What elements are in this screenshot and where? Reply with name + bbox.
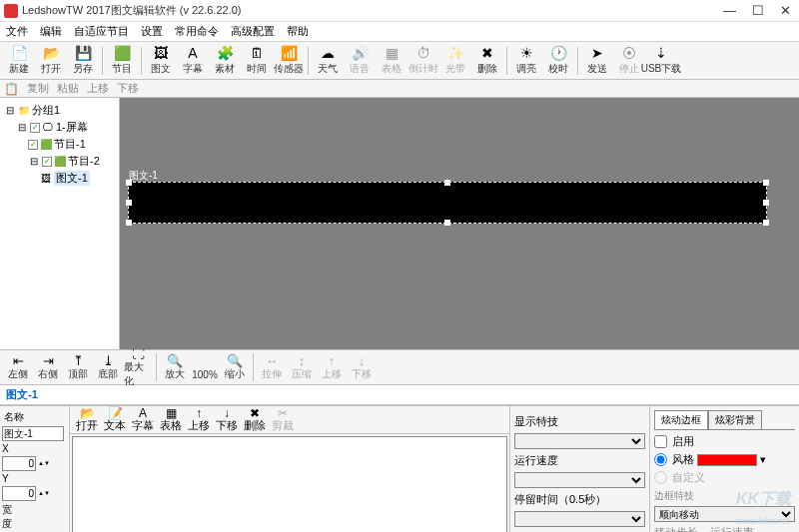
midbar-压缩: ↕压缩 [288,353,316,381]
dropdown-icon[interactable]: ▾ [760,453,766,466]
toolbar-另存[interactable]: 💾另存 [68,44,98,78]
toolbar-传感器[interactable]: 📶传感器 [274,44,304,78]
menu-文件[interactable]: 文件 [6,24,28,39]
app-logo-icon [4,4,18,18]
style-color-preview[interactable] [697,454,757,466]
toolbar-校时[interactable]: 🕐校时 [543,44,573,78]
toolbar-素材[interactable]: 🧩素材 [210,44,240,78]
filebar-字幕[interactable]: A字幕 [130,406,156,433]
secondbar-粘贴[interactable]: 粘贴 [57,81,79,96]
y-input[interactable] [2,486,36,501]
display-fx-select[interactable] [514,433,645,449]
canvas[interactable]: 图文-1 [120,98,799,349]
x-input[interactable] [2,456,36,471]
name-header: 名称 [2,408,67,426]
toolbar-停止: ⦿停止 [614,44,644,78]
midbar-拉伸: ↔拉伸 [258,353,286,381]
menu-高级配置[interactable]: 高级配置 [231,24,275,39]
toolbar-删除[interactable]: ✖删除 [472,44,502,78]
tab-border[interactable]: 炫动边框 [654,410,708,429]
style-radio[interactable] [654,453,667,466]
filebar-表格[interactable]: ▦表格 [158,406,184,433]
tree-panel: ⊟📁分组1⊟✓🖵1-屏幕✓🟩节目-1⊟✓🟩节目-2🖼图文-1 [0,98,120,349]
display-props-panel: 显示特技 运行速度 停留时间（0.5秒） 字体样式 字体色彩 [509,406,649,532]
stay-select[interactable] [514,511,645,527]
filebar-上移[interactable]: ↑上移 [186,406,212,433]
name-input[interactable] [2,426,64,441]
midbar-缩小[interactable]: 🔍缩小 [221,353,249,381]
midbar-左侧[interactable]: ⇤左侧 [4,353,32,381]
speed-select[interactable] [514,472,645,488]
menu-常用命令[interactable]: 常用命令 [175,24,219,39]
tree-分组1[interactable]: ⊟📁分组1 [2,102,117,119]
midbar-底部[interactable]: ⤓底部 [94,353,122,381]
toolbar-新建[interactable]: 📄新建 [4,44,34,78]
tree-图文-1[interactable]: 🖼图文-1 [2,170,117,187]
toolbar-表格: ▦表格 [377,44,406,78]
border-fx-select[interactable]: 顺向移动 [654,506,795,522]
filebar-文本[interactable]: 📝文本 [102,406,128,433]
filebar-剪裁: ✂剪裁 [270,406,296,433]
maximize-button[interactable]: ☐ [752,3,764,18]
midbar-右侧[interactable]: ⇥右侧 [34,353,62,381]
toolbar-字幕[interactable]: A字幕 [178,44,208,78]
file-listbox[interactable] [72,436,507,532]
toolbar-发送[interactable]: ➤发送 [582,44,612,78]
toolbar-打开[interactable]: 📂打开 [36,44,66,78]
border-props-panel: 炫动边框 炫彩背景 启用 风格 ▾ 自定义 边框特技 顺向移动 移动步长 运行速… [649,406,799,532]
geometry-panel: 名称 X ▲▼ Y ▲▼ 宽度 ▲▼ 高度 ▲▼ [0,406,70,532]
x-spinner[interactable]: ▲▼ [38,461,48,466]
toolbar-时间[interactable]: 🗓时间 [242,44,272,78]
enable-border-checkbox[interactable] [654,435,667,448]
custom-radio [654,471,667,484]
tree-节目-2[interactable]: ⊟✓🟩节目-2 [2,153,117,170]
toolbar-语音: 🔊语音 [345,44,375,78]
toolbar-图文[interactable]: 🖼图文 [146,44,176,78]
midbar-上移: ↑上移 [318,353,346,381]
secondbar-下移[interactable]: 下移 [117,81,139,96]
menu-编辑[interactable]: 编辑 [40,24,62,39]
toolbar-倒计时: ⏱倒计时 [408,44,438,78]
midbar-最大化[interactable]: ⛶最大化 [124,346,152,388]
secondbar-复制[interactable]: 复制 [27,81,49,96]
tree-节目-1[interactable]: ✓🟩节目-1 [2,136,117,153]
y-spinner[interactable]: ▲▼ [38,491,48,496]
menu-帮助[interactable]: 帮助 [287,24,309,39]
filebar-下移[interactable]: ↓下移 [214,406,240,433]
toolbar-USB下载[interactable]: ⇣USB下载 [646,44,676,78]
midbar-顶部[interactable]: ⤒顶部 [64,353,92,381]
filebar-删除[interactable]: ✖删除 [242,406,268,433]
menu-自适应节目[interactable]: 自适应节目 [74,24,129,39]
filebar-打开[interactable]: 📂打开 [74,406,100,433]
toolbar-光带: ✨光带 [440,44,470,78]
led-object[interactable]: 图文-1 [128,182,767,224]
window-title: LedshowTW 2017图文编辑软件 (v 22.6.22.0) [22,3,723,18]
selected-tab-label: 图文-1 [0,385,799,405]
minimize-button[interactable]: — [723,3,736,18]
midbar-放大[interactable]: 🔍放大 [161,353,189,381]
secondbar-上移[interactable]: 上移 [87,81,109,96]
toolbar-调亮[interactable]: ☀调亮 [511,44,541,78]
midbar-下移: ↓下移 [348,353,376,381]
toolbar-天气[interactable]: ☁天气 [313,44,343,78]
menu-设置[interactable]: 设置 [141,24,163,39]
midbar-100%[interactable]: 100% [191,355,219,380]
led-object-label: 图文-1 [129,169,158,183]
tab-background[interactable]: 炫彩背景 [708,410,762,429]
toolbar-节目[interactable]: 🟩节目 [107,44,137,78]
close-button[interactable]: ✕ [780,3,791,18]
tree-1-屏幕[interactable]: ⊟✓🖵1-屏幕 [2,119,117,136]
